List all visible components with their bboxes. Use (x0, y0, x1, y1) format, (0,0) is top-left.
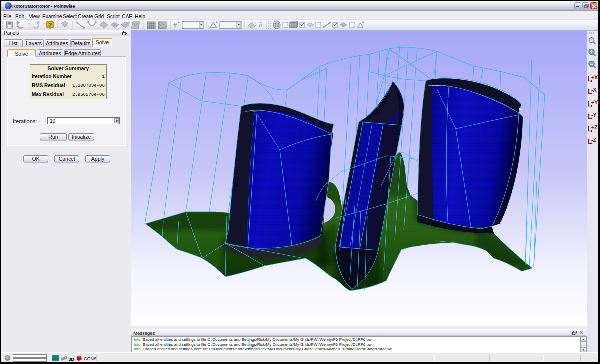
svg-text:∂: ∂ (259, 22, 262, 29)
svg-text:?: ? (48, 22, 52, 28)
svg-text:#: # (174, 22, 178, 29)
